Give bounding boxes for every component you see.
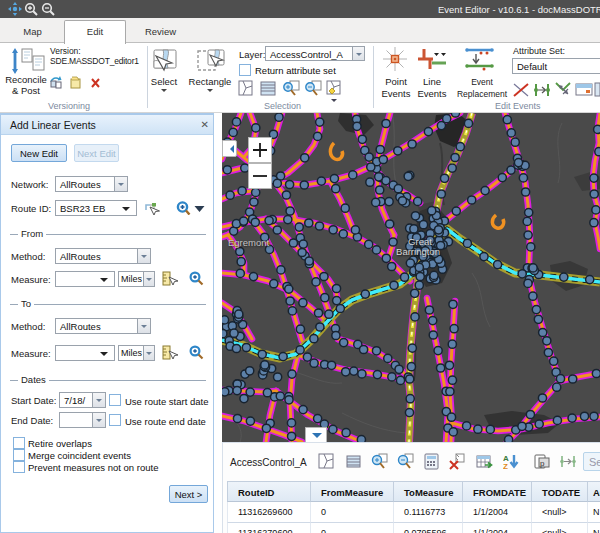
svg-text:p: p [540,459,545,468]
svg-text:Barrington: Barrington [396,246,440,257]
svg-text:Egremont: Egremont [228,237,270,248]
svg-text:Z: Z [503,462,508,470]
